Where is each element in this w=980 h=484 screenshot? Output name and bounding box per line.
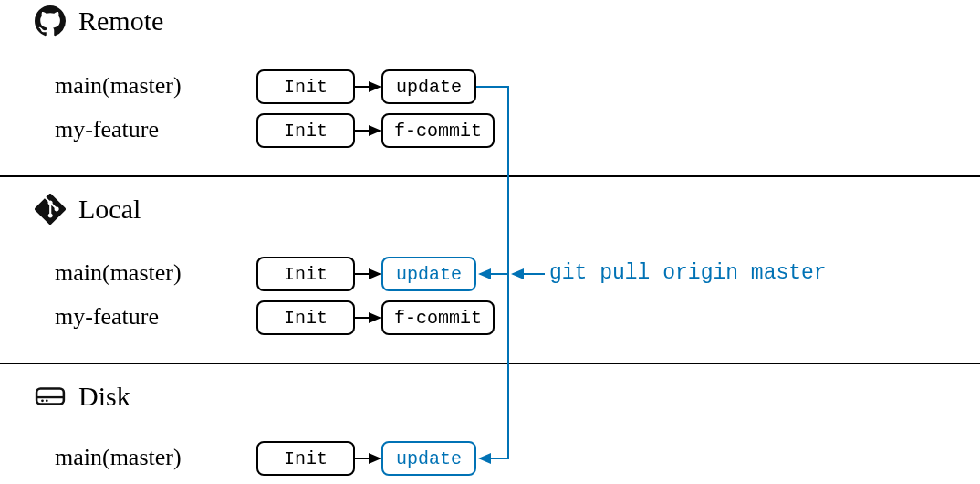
commit-remote-feature-init: Init bbox=[256, 113, 355, 148]
section-title-remote: Remote bbox=[78, 5, 163, 37]
commit-remote-feature-commit: f-commit bbox=[381, 113, 495, 148]
commit-disk-main-update: update bbox=[381, 441, 476, 476]
section-header-local: Local bbox=[35, 194, 141, 225]
branch-label-local-main: main(master) bbox=[55, 259, 182, 287]
command-label: git pull origin master bbox=[549, 261, 827, 285]
github-icon bbox=[35, 5, 66, 37]
git-icon bbox=[35, 194, 66, 225]
branch-label-disk-main: main(master) bbox=[55, 444, 182, 471]
section-header-remote: Remote bbox=[35, 5, 163, 37]
divider-remote-local bbox=[0, 175, 980, 177]
svg-point-2 bbox=[41, 399, 44, 402]
branch-label-remote-main: main(master) bbox=[55, 72, 182, 100]
commit-local-main-update: update bbox=[381, 257, 476, 291]
section-header-disk: Disk bbox=[35, 381, 130, 412]
branch-label-remote-feature: my-feature bbox=[55, 116, 159, 143]
commit-local-feature-commit: f-commit bbox=[381, 300, 495, 335]
commit-local-main-init: Init bbox=[256, 257, 355, 291]
branch-label-local-feature: my-feature bbox=[55, 303, 159, 331]
divider-local-disk bbox=[0, 363, 980, 364]
svg-point-3 bbox=[46, 399, 48, 402]
commit-disk-main-init: Init bbox=[256, 441, 355, 476]
commit-local-feature-init: Init bbox=[256, 300, 355, 335]
disk-icon bbox=[35, 381, 66, 412]
commit-remote-main-init: Init bbox=[256, 69, 355, 104]
section-title-local: Local bbox=[78, 194, 141, 225]
commit-remote-main-update: update bbox=[381, 69, 476, 104]
section-title-disk: Disk bbox=[78, 381, 130, 412]
